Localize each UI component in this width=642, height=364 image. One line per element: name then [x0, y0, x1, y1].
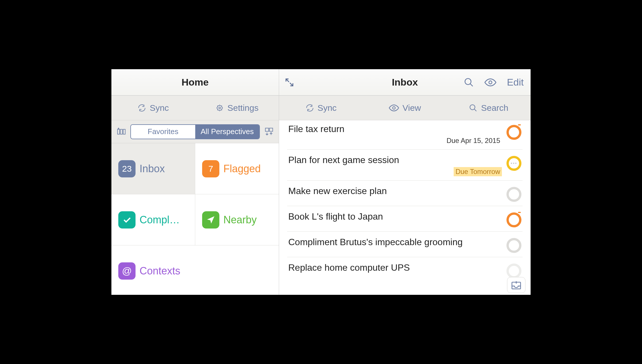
tile-nearby[interactable]: Nearby [195, 194, 279, 245]
perspective-segmented-control[interactable]: Favorites All Perspectives [130, 124, 260, 139]
svg-point-9 [392, 107, 395, 109]
status-circle-overdue[interactable] [506, 212, 521, 227]
tile-completed[interactable]: Compl… [111, 194, 195, 245]
sync-icon [138, 104, 146, 112]
inbox-title: Inbox [392, 77, 418, 88]
svg-rect-2 [117, 129, 119, 134]
inbox-subtoolbar: Sync View Search [279, 96, 531, 120]
view-label: View [403, 103, 421, 113]
settings-button[interactable]: Settings [195, 103, 279, 113]
inbox-badge: 23 [118, 160, 136, 177]
tile-inbox[interactable]: 23 Inbox [111, 143, 195, 194]
task-due: Due Tomorrow [454, 167, 502, 176]
status-circle-none[interactable] [506, 187, 521, 202]
task-list: File tax return Due Apr 15, 2015 Plan fo… [279, 120, 531, 295]
contexts-label: Contexts [140, 265, 180, 277]
eye-icon [484, 78, 496, 87]
expand-icon [284, 77, 295, 88]
tile-contexts[interactable]: @ Contexts [111, 245, 279, 295]
home-title: Home [181, 77, 208, 88]
add-perspective-icon[interactable] [115, 125, 127, 138]
new-inbox-item-button[interactable] [507, 277, 525, 293]
svg-rect-4 [123, 129, 125, 134]
search-label: Search [481, 103, 508, 113]
segment-favorites[interactable]: Favorites [131, 125, 195, 139]
perspective-tiles: 23 Inbox 7 Flagged Compl… [111, 143, 279, 295]
home-header: Home [111, 69, 279, 96]
header-view-button[interactable] [484, 78, 496, 87]
status-circle-overdue[interactable] [506, 125, 521, 140]
sync-icon [305, 104, 314, 112]
arrange-icon[interactable] [263, 125, 275, 138]
check-icon [118, 211, 136, 229]
expand-button[interactable] [284, 77, 295, 88]
inbox-header: Inbox Edit [279, 69, 531, 96]
inbox-view-button[interactable]: View [363, 103, 447, 113]
completed-label: Compl… [140, 214, 180, 226]
flagged-label: Flagged [223, 163, 261, 175]
home-pane: Home Sync Settings [111, 69, 279, 295]
eye-icon [389, 104, 399, 112]
task-row[interactable]: Replace home computer UPS [287, 257, 523, 282]
task-title: Make new exercise plan [288, 186, 502, 196]
inbox-label: Inbox [140, 163, 165, 175]
gear-icon [215, 104, 224, 112]
home-subtoolbar: Sync Settings [111, 96, 279, 120]
status-circle-none[interactable] [506, 264, 521, 278]
task-row[interactable]: Plan for next game session Due Tomorrow … [287, 150, 523, 181]
inbox-search-button[interactable]: Search [447, 103, 531, 113]
segment-bar: Favorites All Perspectives [111, 120, 279, 143]
task-row[interactable]: File tax return Due Apr 15, 2015 [287, 120, 523, 150]
location-icon [202, 211, 219, 229]
svg-point-10 [470, 104, 475, 110]
tile-flagged[interactable]: 7 Flagged [195, 143, 279, 194]
settings-label: Settings [227, 103, 258, 113]
task-title: File tax return [288, 124, 502, 134]
inbox-sync-button[interactable]: Sync [279, 103, 363, 113]
task-row[interactable]: Make new exercise plan [287, 181, 523, 206]
header-search-button[interactable] [464, 77, 474, 88]
flagged-badge: 7 [202, 160, 219, 177]
at-icon: @ [118, 262, 136, 280]
edit-button[interactable]: Edit [507, 77, 524, 88]
nearby-label: Nearby [223, 214, 257, 226]
status-circle-none[interactable] [506, 238, 521, 253]
svg-point-0 [217, 105, 222, 111]
sync-label: Sync [318, 103, 337, 113]
task-title: Replace home computer UPS [288, 262, 502, 273]
task-title: Book L's flight to Japan [288, 211, 502, 222]
search-icon [469, 104, 477, 112]
segment-all-perspectives[interactable]: All Perspectives [195, 125, 260, 139]
sync-label: Sync [150, 103, 169, 113]
svg-point-8 [489, 81, 492, 84]
svg-point-7 [465, 78, 471, 84]
sync-button[interactable]: Sync [111, 103, 195, 113]
svg-point-1 [219, 107, 221, 109]
task-title: Compliment Brutus's impeccable grooming [288, 237, 502, 247]
task-due: Due Apr 15, 2015 [445, 136, 502, 145]
svg-rect-3 [120, 129, 122, 134]
svg-rect-5 [265, 128, 268, 131]
task-title: Plan for next game session [288, 155, 502, 165]
task-row[interactable]: Compliment Brutus's impeccable grooming [287, 232, 523, 257]
svg-rect-6 [269, 128, 272, 131]
task-row[interactable]: Book L's flight to Japan [287, 206, 523, 232]
status-circle-due-soon[interactable]: ••• [506, 156, 521, 171]
search-icon [464, 77, 474, 88]
inbox-pane: Inbox Edit [279, 69, 531, 295]
inbox-tray-icon [510, 280, 522, 290]
